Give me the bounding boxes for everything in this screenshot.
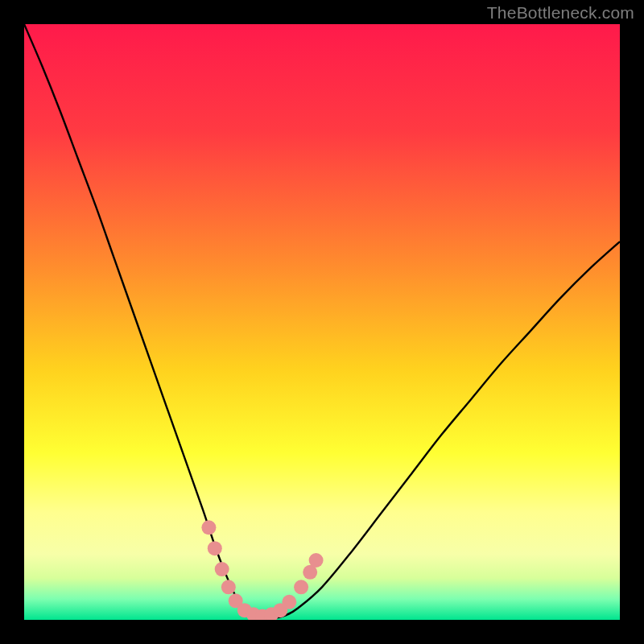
marker-dot xyxy=(294,580,308,594)
marker-dot xyxy=(215,562,229,576)
marker-dot xyxy=(221,580,236,594)
marker-dot xyxy=(309,553,324,568)
bottleneck-chart xyxy=(24,24,620,620)
marker-dot xyxy=(201,520,216,535)
watermark-text: TheBottleneck.com xyxy=(487,3,634,23)
marker-dot xyxy=(282,595,296,609)
gradient-background xyxy=(24,24,620,620)
chart-frame: TheBottleneck.com xyxy=(0,0,644,644)
plot-area xyxy=(24,24,620,620)
marker-dot xyxy=(208,541,222,555)
